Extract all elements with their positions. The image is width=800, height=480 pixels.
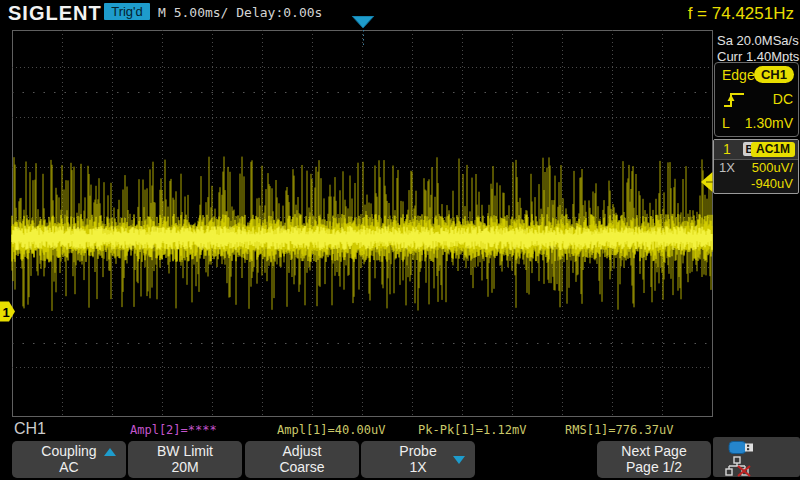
trigger-coupling-label: DC: [773, 87, 793, 111]
channel-coupling-badge: AC1M: [751, 142, 795, 157]
trigger-level-readout: 1.30mV: [745, 111, 793, 135]
timebase-readout: M 5.00ms/ Delay:0.00s: [158, 5, 322, 20]
menu-button-coupling[interactable]: Coupling AC: [12, 441, 126, 478]
menu-button-label: Adjust: [245, 443, 359, 459]
top-status-bar: SIGLENT Trig'd M 5.00ms/ Delay:0.00s f =…: [0, 0, 800, 30]
usb-icon: [728, 440, 758, 455]
menu-button-value: Coarse: [245, 459, 359, 475]
soft-menu-bar: Coupling AC BW Limit 20M Adjust Coarse P…: [0, 440, 800, 480]
trigger-level-marker[interactable]: [700, 172, 713, 193]
trigger-type-row: Edge CH1: [715, 63, 798, 87]
graticule-and-trace: [0, 30, 713, 417]
trigger-type-label: Edge: [722, 63, 755, 87]
menu-button-probe[interactable]: Probe 1X: [361, 441, 475, 478]
measurement-bar: CH1 Ampl[2]=**** Ampl[1]=40.00uV Pk-Pk[1…: [0, 417, 800, 440]
right-sidebar: Sa 20.0MSa/s Curr 1.40Mpts Edge CH1 DC L…: [713, 30, 800, 437]
channel-scale-row: 1X 500uV/: [714, 160, 798, 176]
trigger-source-badge: CH1: [754, 66, 794, 83]
waveform-display: 1: [0, 30, 713, 417]
trigger-slope-row: DC: [715, 87, 798, 111]
measurement-rms-ch1: RMS[1]=776.37uV: [565, 423, 673, 437]
menu-button-value: AC: [12, 459, 126, 475]
probe-attenuation-readout: 1X: [719, 160, 735, 176]
channel1-ground-marker[interactable]: 1: [0, 301, 16, 322]
trigger-position-marker[interactable]: [351, 16, 375, 29]
menu-button-next-page[interactable]: Next Page Page 1/2: [597, 441, 711, 478]
channel-offset-readout: -940uV: [751, 176, 793, 192]
menu-button-label: Next Page: [597, 443, 711, 459]
status-icons-panel: [713, 437, 800, 477]
menu-button-value: 20M: [128, 459, 242, 475]
measurement-ampl-ch2: Ampl[2]=****: [130, 423, 217, 437]
volts-per-div-readout: 500uV/: [752, 160, 793, 176]
measurement-pkpk-ch1: Pk-Pk[1]=1.12mV: [418, 423, 526, 437]
trigger-panel: Edge CH1 DC L 1.30mV: [714, 62, 799, 137]
channel-info-header: 1 B AC1M: [714, 140, 798, 160]
brand-logo: SIGLENT: [8, 2, 102, 25]
channel-offset-row: -940uV: [714, 176, 798, 192]
trigger-status-badge: Trig'd: [104, 3, 150, 20]
channel-label: CH1: [14, 420, 46, 438]
menu-button-bw-limit[interactable]: BW Limit 20M: [128, 441, 242, 478]
rising-edge-icon: [723, 91, 745, 108]
channel-number: 1: [723, 141, 731, 157]
menu-button-label: BW Limit: [128, 443, 242, 459]
trigger-level-row: L 1.30mV: [715, 111, 798, 135]
menu-button-adjust[interactable]: Adjust Coarse: [245, 441, 359, 478]
arrow-up-icon: [104, 448, 116, 456]
menu-button-value: Page 1/2: [597, 459, 711, 475]
arrow-down-icon: [453, 456, 465, 464]
channel-info-box: 1 B AC1M 1X 500uV/ -940uV: [713, 139, 799, 194]
frequency-counter: f = 74.4251Hz: [688, 4, 794, 24]
sample-rate-readout: Sa 20.0MSa/s: [717, 33, 800, 49]
lan-disconnected-icon: [725, 456, 755, 477]
measurement-ampl-ch1: Ampl[1]=40.00uV: [277, 423, 385, 437]
trigger-level-prefix: L: [722, 111, 730, 135]
oscilloscope-screen: SIGLENT Trig'd M 5.00ms/ Delay:0.00s f =…: [0, 0, 800, 480]
svg-text:1: 1: [3, 304, 10, 319]
